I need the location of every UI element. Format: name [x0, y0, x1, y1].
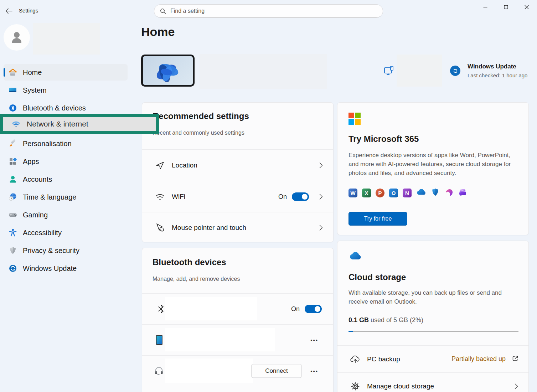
cloud-storage-card: Cloud storage With available storage, yo… [337, 241, 529, 392]
sidebar-item-home[interactable]: Home [4, 64, 128, 81]
row-bluetooth-toggle[interactable]: On [142, 294, 333, 324]
toggle-state-label: On [278, 193, 287, 200]
redacted-device-info [200, 54, 327, 89]
sidebar-item-accessibility[interactable]: Accessibility [4, 225, 128, 241]
row-label: PC backup [367, 355, 400, 363]
more-icon[interactable]: ••• [310, 337, 318, 343]
storage-progress-fill [348, 331, 353, 332]
row-label: Manage cloud storage [367, 382, 434, 390]
excel-icon: X [362, 189, 371, 197]
chevron-right-icon [319, 194, 323, 200]
row-phone-device[interactable]: ••• [142, 325, 333, 355]
close-icon [525, 5, 529, 9]
redacted-bluetooth-name [165, 297, 257, 320]
powerpoint-icon: P [376, 189, 384, 197]
accounts-icon [9, 175, 17, 184]
sidebar-item-system[interactable]: System [4, 82, 128, 98]
designer-icon [444, 188, 453, 198]
phone-icon [154, 335, 164, 345]
bluetooth-toggle[interactable] [305, 305, 322, 313]
storage-used-detail: used of 5 GB (2%) [369, 316, 423, 324]
personalisation-icon [9, 139, 17, 148]
search-input[interactable] [170, 7, 363, 15]
sidebar-item-privacy-security[interactable]: Privacy & security [4, 242, 128, 259]
external-link-icon [512, 355, 518, 363]
card-title: Recommended settings [153, 111, 249, 121]
search-box[interactable] [154, 4, 383, 18]
wifi-icon [12, 120, 20, 128]
redacted-network-name [397, 55, 442, 87]
sidebar-item-label: Time & language [23, 193, 76, 201]
sidebar-item-time-language[interactable]: Time & language [4, 189, 128, 205]
close-button[interactable] [516, 0, 537, 14]
sidebar-item-label: Home [23, 68, 42, 77]
card-subtitle: Manage, add, and remove devices [153, 276, 240, 282]
chevron-right-icon [319, 225, 323, 231]
row-headphones-device[interactable]: Connect ••• [142, 356, 333, 386]
sidebar-item-label: Privacy & security [23, 247, 79, 255]
windows-update-status: Last checked: 1 hour ago [468, 72, 527, 78]
row-manage-cloud-storage[interactable]: Manage cloud storage [337, 373, 528, 392]
minimize-icon [483, 5, 487, 9]
onedrive-cloud-icon [348, 252, 362, 262]
sidebar-item-label: Gaming [23, 211, 48, 219]
maximize-button[interactable] [496, 0, 516, 14]
m365-promo-card: Try Microsoft 365 Experience desktop ver… [337, 102, 529, 235]
row-wifi[interactable]: WiFi On [142, 181, 333, 212]
maximize-icon [504, 5, 508, 9]
gaming-icon [9, 211, 17, 219]
toggle-state-label: On [291, 305, 300, 313]
onenote-icon: N [403, 189, 412, 197]
bluetooth-icon [9, 104, 17, 112]
pc-backup-status: Partially backed up [451, 355, 506, 363]
system-icon [9, 86, 17, 94]
try-for-free-button[interactable]: Try for free [348, 212, 407, 226]
redacted-headphones-name [165, 359, 253, 383]
windows-update-icon [450, 66, 460, 76]
gear-icon [350, 381, 360, 391]
sidebar-item-label: Apps [23, 158, 39, 166]
connect-button[interactable]: Connect [251, 364, 302, 378]
windows-update-icon [9, 264, 17, 273]
sidebar-item-apps[interactable]: Apps [4, 153, 128, 170]
row-label: WiFi [172, 193, 185, 201]
m365-app-icons: W X P O N [348, 188, 467, 198]
wifi-row-icon [155, 192, 165, 202]
row-location[interactable]: Location [142, 150, 333, 181]
sidebar-item-label: Accessibility [23, 229, 62, 237]
row-mouse-pointer-touch[interactable]: Mouse pointer and touch [142, 212, 333, 243]
card-title: Bluetooth devices [153, 257, 226, 267]
card-title: Cloud storage [348, 272, 406, 282]
bluetooth-devices-card: Bluetooth devices Manage, add, and remov… [142, 248, 334, 392]
person-icon [9, 30, 24, 45]
home-icon [9, 68, 17, 77]
wifi-toggle[interactable] [292, 192, 309, 201]
time-language-icon [9, 193, 17, 201]
row-pc-backup[interactable]: PC backup Partially backed up [337, 346, 528, 372]
avatar[interactable] [4, 24, 30, 51]
sidebar-item-label: System [23, 86, 47, 94]
m365-description: Experience desktop versions of apps like… [348, 151, 520, 177]
annotation-label: Network & internet [27, 120, 88, 128]
onedrive-icon [416, 188, 426, 198]
minimize-button[interactable] [475, 0, 496, 14]
sidebar-nav: Home System Bluetooth & devices [4, 64, 128, 278]
chevron-right-icon [319, 162, 323, 169]
cloud-description: With available storage, you can back up … [348, 288, 520, 306]
sidebar-item-label: Windows Update [23, 264, 77, 273]
bluetooth-glyph-icon [156, 304, 166, 314]
headphones-icon [154, 366, 164, 376]
sidebar-item-gaming[interactable]: Gaming [4, 207, 128, 223]
location-icon [155, 160, 165, 170]
outlook-icon: O [389, 189, 398, 197]
row-label: Location [172, 161, 197, 169]
ethernet-icon [383, 65, 395, 78]
more-icon[interactable]: ••• [310, 368, 318, 374]
device-thumbnail [141, 55, 195, 87]
back-button[interactable] [4, 7, 14, 15]
sidebar-item-accounts[interactable]: Accounts [4, 171, 128, 187]
windows-update-title: Windows Update [468, 63, 516, 70]
sidebar-item-windows-update[interactable]: Windows Update [4, 260, 128, 277]
sidebar-item-personalisation[interactable]: Personalisation [4, 135, 128, 152]
storage-used-value: 0.1 GB [348, 316, 369, 324]
